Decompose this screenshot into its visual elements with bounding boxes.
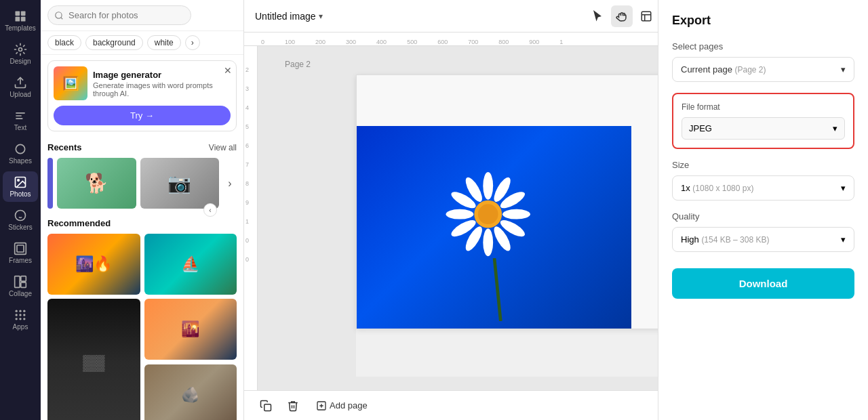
- recents-header: Recents View all: [47, 142, 237, 152]
- banner-close-icon[interactable]: ✕: [224, 65, 232, 76]
- recent-strip: [47, 158, 53, 209]
- size-chevron-icon: ▾: [841, 183, 846, 193]
- sidebar-item-templates[interactable]: Templates: [3, 5, 38, 36]
- banner-content: 🖼️ Image generator Generate images with …: [48, 61, 236, 106]
- add-page-button[interactable]: Add page: [309, 398, 374, 414]
- svg-point-23: [23, 318, 25, 320]
- file-format-box: File format JPEG ▾: [672, 93, 854, 149]
- recents-title: Recents: [47, 142, 82, 152]
- svg-point-27: [483, 171, 493, 199]
- quality-chevron-icon: ▾: [841, 234, 846, 245]
- layout-tool-button[interactable]: [635, 5, 657, 27]
- search-input[interactable]: [47, 5, 191, 25]
- panel-scroll: Recents View all 🐕 📷 › Recommended 🌆🔥: [41, 137, 243, 420]
- bottom-left-tools: Add page: [255, 395, 374, 417]
- sidebar-item-photos[interactable]: Photos: [3, 171, 38, 202]
- file-format-label: File format: [682, 102, 845, 112]
- rec-item-stone[interactable]: 🪨: [144, 364, 237, 420]
- sidebar-item-apps[interactable]: Apps: [3, 304, 38, 335]
- doc-title-wrap: Untitled image ▾: [255, 11, 581, 22]
- svg-point-16: [19, 310, 21, 312]
- svg-rect-0: [16, 12, 20, 16]
- filter-white[interactable]: white: [147, 35, 181, 50]
- panel-collapse-arrow[interactable]: ‹: [203, 203, 217, 217]
- search-bar: [41, 0, 243, 31]
- svg-point-33: [483, 228, 493, 256]
- view-all-button[interactable]: View all: [209, 143, 237, 152]
- svg-point-22: [19, 318, 21, 320]
- hand-tool-button[interactable]: [611, 5, 633, 27]
- svg-line-26: [494, 258, 500, 321]
- sidebar-item-shapes[interactable]: Shapes: [3, 138, 38, 169]
- copy-tool-button[interactable]: [255, 395, 277, 417]
- banner-try-button[interactable]: Try →: [54, 106, 231, 125]
- file-format-chevron-icon: ▾: [833, 123, 837, 133]
- sidebar-item-collage-label: Collage: [9, 290, 32, 297]
- download-button[interactable]: Download: [672, 268, 854, 299]
- filter-black[interactable]: black: [47, 35, 81, 50]
- banner-image: 🖼️: [54, 66, 87, 100]
- svg-rect-2: [16, 17, 20, 22]
- select-pages-dropdown[interactable]: Current page (Page 2) ▾: [672, 57, 854, 82]
- sidebar-item-text[interactable]: Text: [3, 105, 38, 135]
- sidebar-item-text-label: Text: [14, 124, 26, 131]
- sidebar-item-upload[interactable]: Upload: [3, 72, 38, 102]
- banner-title: Image generator: [93, 70, 231, 80]
- file-format-value: JPEG: [689, 123, 712, 133]
- rec-item-boat[interactable]: ⛵: [144, 234, 237, 295]
- page-label: Page 2: [285, 60, 311, 69]
- sidebar-item-design[interactable]: Design: [3, 39, 38, 69]
- svg-rect-14: [21, 282, 26, 288]
- sidebar-item-upload-label: Upload: [9, 91, 31, 98]
- sidebar-item-stickers[interactable]: Stickers: [3, 205, 38, 235]
- svg-point-20: [23, 314, 25, 316]
- svg-rect-1: [21, 12, 26, 16]
- quality-dropdown[interactable]: High (154 KB – 308 KB) ▾: [672, 227, 854, 252]
- quality-label: Quality: [672, 211, 854, 222]
- svg-rect-13: [21, 276, 26, 282]
- select-pages-value: Current page (Page 2): [681, 64, 766, 75]
- doc-dropdown-icon[interactable]: ▾: [319, 12, 323, 21]
- size-dropdown[interactable]: 1x (1080 x 1080 px) ▾: [672, 175, 854, 201]
- rec-item-skyline[interactable]: 🌇: [144, 299, 237, 360]
- filter-tags: black background white ›: [41, 31, 243, 55]
- svg-point-21: [16, 318, 18, 320]
- select-pages-label: Select pages: [672, 41, 854, 51]
- svg-point-40: [477, 204, 498, 224]
- canvas-image: [357, 126, 631, 329]
- rec-item-city-fire[interactable]: 🌆🔥: [47, 234, 140, 295]
- sidebar-item-design-label: Design: [9, 58, 31, 65]
- filter-more[interactable]: ›: [185, 35, 200, 50]
- sidebar-item-shapes-label: Shapes: [9, 157, 32, 165]
- svg-point-17: [23, 310, 25, 312]
- sidebar-item-frames[interactable]: Frames: [3, 238, 38, 268]
- banner-description: Generate images with word prompts throug…: [93, 81, 231, 98]
- svg-point-15: [16, 310, 18, 312]
- recents-grid: 🐕 📷 ›: [47, 158, 237, 209]
- export-panel: Export Select pages Current page (Page 2…: [658, 0, 868, 420]
- select-pages-chevron-icon: ▾: [841, 64, 846, 75]
- pointer-tool-button[interactable]: [587, 5, 608, 27]
- svg-point-36: [446, 209, 473, 219]
- filter-background[interactable]: background: [85, 35, 143, 50]
- svg-point-19: [19, 314, 21, 316]
- svg-rect-25: [642, 12, 651, 21]
- size-value: 1x (1080 x 1080 px): [681, 183, 753, 193]
- recents-next-arrow[interactable]: ›: [223, 158, 237, 209]
- daisy-illustration: [427, 145, 562, 321]
- recommended-grid: 🌆🔥 ⛵ ▓▓ 🌇 🪨 🍜 🌊: [47, 234, 237, 420]
- delete-tool-button[interactable]: [282, 395, 304, 417]
- svg-point-4: [19, 48, 22, 51]
- recent-item-woman[interactable]: 📷: [140, 158, 220, 209]
- svg-rect-12: [15, 276, 20, 288]
- quality-value: High (154 KB – 308 KB): [681, 234, 769, 245]
- recent-item-dog[interactable]: 🐕: [57, 158, 136, 209]
- rec-item-dark[interactable]: ▓▓: [47, 299, 140, 420]
- sidebar-item-collage[interactable]: Collage: [3, 271, 38, 301]
- size-label: Size: [672, 160, 854, 170]
- svg-point-8: [18, 180, 19, 182]
- ruler-marks: 0 100 200 300 400 500 600 700 800 900 1: [258, 39, 563, 45]
- file-format-dropdown[interactable]: JPEG ▾: [682, 117, 845, 140]
- image-generator-banner: ✕ 🖼️ Image generator Generate images wit…: [47, 60, 237, 131]
- sidebar-item-templates-label: Templates: [5, 24, 36, 32]
